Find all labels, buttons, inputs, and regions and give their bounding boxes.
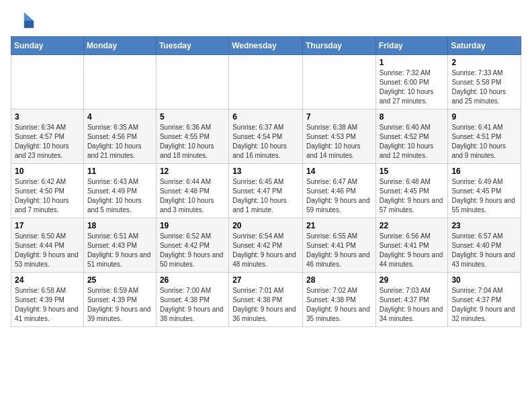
day-info: Sunrise: 6:43 AM Sunset: 4:49 PM Dayligh… <box>87 177 152 215</box>
day-number: 2 <box>451 58 517 67</box>
day-info: Sunrise: 6:45 AM Sunset: 4:47 PM Dayligh… <box>232 177 299 215</box>
day-info: Sunrise: 6:50 AM Sunset: 4:44 PM Dayligh… <box>15 232 80 269</box>
calendar-cell <box>83 55 156 109</box>
day-info: Sunrise: 6:51 AM Sunset: 4:43 PM Dayligh… <box>87 232 152 269</box>
day-info: Sunrise: 7:32 AM Sunset: 6:00 PM Dayligh… <box>380 68 445 106</box>
calendar-cell: 4Sunrise: 6:35 AM Sunset: 4:56 PM Daylig… <box>83 109 156 164</box>
calendar-cell: 15Sunrise: 6:48 AM Sunset: 4:45 PM Dayli… <box>375 164 448 218</box>
calendar-cell: 29Sunrise: 7:03 AM Sunset: 4:37 PM Dayli… <box>375 273 448 327</box>
day-of-week-header: Tuesday <box>156 37 228 55</box>
calendar-week-row: 17Sunrise: 6:50 AM Sunset: 4:44 PM Dayli… <box>11 218 521 273</box>
calendar-week-row: 10Sunrise: 6:42 AM Sunset: 4:50 PM Dayli… <box>11 164 521 218</box>
calendar-cell: 24Sunrise: 6:58 AM Sunset: 4:39 PM Dayli… <box>11 273 84 327</box>
day-number: 7 <box>306 112 372 122</box>
day-number: 5 <box>160 112 225 122</box>
day-info: Sunrise: 6:58 AM Sunset: 4:39 PM Dayligh… <box>15 286 80 324</box>
day-number: 12 <box>160 167 225 176</box>
day-number: 17 <box>15 221 80 230</box>
calendar-cell: 14Sunrise: 6:47 AM Sunset: 4:46 PM Dayli… <box>302 164 375 218</box>
calendar-cell: 10Sunrise: 6:42 AM Sunset: 4:50 PM Dayli… <box>11 164 84 218</box>
day-info: Sunrise: 6:59 AM Sunset: 4:39 PM Dayligh… <box>87 286 152 324</box>
day-number: 15 <box>380 167 445 176</box>
day-number: 28 <box>306 275 372 285</box>
calendar-cell: 8Sunrise: 6:40 AM Sunset: 4:52 PM Daylig… <box>375 109 448 164</box>
day-info: Sunrise: 6:37 AM Sunset: 4:54 PM Dayligh… <box>232 123 299 161</box>
logo-icon <box>11 11 35 30</box>
day-number: 27 <box>232 275 299 285</box>
calendar-cell: 17Sunrise: 6:50 AM Sunset: 4:44 PM Dayli… <box>11 218 84 273</box>
day-number: 30 <box>451 275 517 285</box>
calendar-cell: 5Sunrise: 6:36 AM Sunset: 4:55 PM Daylig… <box>156 109 228 164</box>
day-number: 8 <box>380 112 445 122</box>
calendar-cell: 12Sunrise: 6:44 AM Sunset: 4:48 PM Dayli… <box>156 164 228 218</box>
day-info: Sunrise: 7:33 AM Sunset: 5:58 PM Dayligh… <box>451 68 517 106</box>
day-info: Sunrise: 7:02 AM Sunset: 4:38 PM Dayligh… <box>306 286 372 324</box>
day-number: 22 <box>380 221 445 230</box>
calendar-cell <box>302 55 375 109</box>
day-number: 3 <box>15 112 80 122</box>
calendar-cell: 13Sunrise: 6:45 AM Sunset: 4:47 PM Dayli… <box>229 164 303 218</box>
calendar-cell <box>11 55 84 109</box>
logo <box>11 11 38 30</box>
day-number: 6 <box>232 112 299 122</box>
day-number: 13 <box>232 167 299 176</box>
day-number: 14 <box>306 167 372 176</box>
day-info: Sunrise: 6:35 AM Sunset: 4:56 PM Dayligh… <box>87 123 152 161</box>
day-number: 26 <box>160 275 225 285</box>
day-info: Sunrise: 7:03 AM Sunset: 4:37 PM Dayligh… <box>380 286 445 324</box>
calendar: SundayMondayTuesdayWednesdayThursdayFrid… <box>11 36 521 327</box>
svg-marker-1 <box>24 21 34 28</box>
day-number: 16 <box>451 167 517 176</box>
day-number: 25 <box>87 275 152 285</box>
calendar-week-row: 24Sunrise: 6:58 AM Sunset: 4:39 PM Dayli… <box>11 273 521 327</box>
day-info: Sunrise: 6:52 AM Sunset: 4:42 PM Dayligh… <box>160 232 225 269</box>
day-info: Sunrise: 6:44 AM Sunset: 4:48 PM Dayligh… <box>160 177 225 215</box>
day-number: 29 <box>380 275 445 285</box>
day-number: 20 <box>232 221 299 230</box>
calendar-cell: 19Sunrise: 6:52 AM Sunset: 4:42 PM Dayli… <box>156 218 228 273</box>
day-of-week-header: Monday <box>83 37 156 55</box>
day-info: Sunrise: 6:49 AM Sunset: 4:45 PM Dayligh… <box>451 177 517 215</box>
calendar-cell: 28Sunrise: 7:02 AM Sunset: 4:38 PM Dayli… <box>302 273 375 327</box>
calendar-cell <box>156 55 228 109</box>
day-info: Sunrise: 6:40 AM Sunset: 4:52 PM Dayligh… <box>380 123 445 161</box>
calendar-cell: 9Sunrise: 6:41 AM Sunset: 4:51 PM Daylig… <box>448 109 521 164</box>
day-number: 24 <box>15 275 80 285</box>
calendar-cell: 3Sunrise: 6:34 AM Sunset: 4:57 PM Daylig… <box>11 109 84 164</box>
calendar-cell: 30Sunrise: 7:04 AM Sunset: 4:37 PM Dayli… <box>448 273 521 327</box>
calendar-week-row: 3Sunrise: 6:34 AM Sunset: 4:57 PM Daylig… <box>11 109 521 164</box>
day-info: Sunrise: 7:01 AM Sunset: 4:38 PM Dayligh… <box>232 286 299 324</box>
day-info: Sunrise: 6:56 AM Sunset: 4:41 PM Dayligh… <box>380 232 445 269</box>
calendar-cell: 18Sunrise: 6:51 AM Sunset: 4:43 PM Dayli… <box>83 218 156 273</box>
day-number: 21 <box>306 221 372 230</box>
day-of-week-header: Sunday <box>11 37 84 55</box>
day-info: Sunrise: 6:57 AM Sunset: 4:40 PM Dayligh… <box>451 232 517 269</box>
calendar-cell: 2Sunrise: 7:33 AM Sunset: 5:58 PM Daylig… <box>448 55 521 109</box>
calendar-week-row: 1Sunrise: 7:32 AM Sunset: 6:00 PM Daylig… <box>11 55 521 109</box>
day-number: 19 <box>160 221 225 230</box>
calendar-cell: 27Sunrise: 7:01 AM Sunset: 4:38 PM Dayli… <box>229 273 303 327</box>
day-info: Sunrise: 6:38 AM Sunset: 4:53 PM Dayligh… <box>306 123 372 161</box>
calendar-cell: 26Sunrise: 7:00 AM Sunset: 4:38 PM Dayli… <box>156 273 228 327</box>
header <box>11 11 521 30</box>
calendar-cell: 7Sunrise: 6:38 AM Sunset: 4:53 PM Daylig… <box>302 109 375 164</box>
calendar-cell: 20Sunrise: 6:54 AM Sunset: 4:42 PM Dayli… <box>229 218 303 273</box>
calendar-cell: 21Sunrise: 6:55 AM Sunset: 4:41 PM Dayli… <box>302 218 375 273</box>
day-of-week-header: Saturday <box>448 37 521 55</box>
day-number: 9 <box>451 112 517 122</box>
day-info: Sunrise: 7:00 AM Sunset: 4:38 PM Dayligh… <box>160 286 225 324</box>
day-of-week-header: Thursday <box>302 37 375 55</box>
day-number: 10 <box>15 167 80 176</box>
calendar-cell: 11Sunrise: 6:43 AM Sunset: 4:49 PM Dayli… <box>83 164 156 218</box>
day-number: 1 <box>380 58 445 67</box>
day-info: Sunrise: 6:41 AM Sunset: 4:51 PM Dayligh… <box>451 123 517 161</box>
calendar-cell: 25Sunrise: 6:59 AM Sunset: 4:39 PM Dayli… <box>83 273 156 327</box>
calendar-cell: 23Sunrise: 6:57 AM Sunset: 4:40 PM Dayli… <box>448 218 521 273</box>
day-of-week-header: Friday <box>375 37 448 55</box>
calendar-cell <box>229 55 303 109</box>
calendar-cell: 1Sunrise: 7:32 AM Sunset: 6:00 PM Daylig… <box>375 55 448 109</box>
day-of-week-header: Wednesday <box>229 37 303 55</box>
calendar-header-row: SundayMondayTuesdayWednesdayThursdayFrid… <box>11 37 521 55</box>
calendar-cell: 22Sunrise: 6:56 AM Sunset: 4:41 PM Dayli… <box>375 218 448 273</box>
day-info: Sunrise: 6:48 AM Sunset: 4:45 PM Dayligh… <box>380 177 445 215</box>
